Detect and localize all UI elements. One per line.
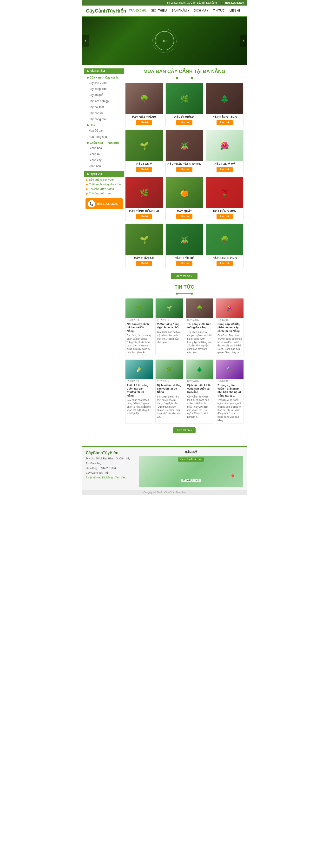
product-contact-8[interactable]: Liên hệ (176, 214, 192, 219)
sidebar-item-noi-that[interactable]: Cây nội thất (84, 104, 124, 110)
news-card-7[interactable]: 🌲 08/28/2017 Dịch vụ thiết kế thi công s… (186, 360, 213, 424)
news-date-5: 01/24/2018 (126, 379, 153, 383)
footer-design-link[interactable]: Thiết kế web Đà Nẵng - Tinh Việt (86, 476, 126, 479)
news-img-3: 🌳 (186, 299, 213, 318)
product-card-6: 🌺 CÂY LAN Ý MỸ Liên hệ (206, 130, 243, 174)
footer: CâyCảnhTúyHiền Địa chỉ: 88 Lê Đại Hành, … (83, 446, 247, 490)
nav-contact[interactable]: LIÊN HỆ (227, 7, 243, 14)
sidebar-cat-3[interactable]: Chậu hoa - Phân bón (84, 140, 124, 145)
sidebar-dv-vuon-rau[interactable]: ▶ Thi công vườn rau (84, 191, 124, 196)
news-grid-2: 🥬 01/24/2018 Thiết kế thi công vườn rau … (125, 360, 244, 424)
news-card-6[interactable]: 🌿 01/26/2017 Dịch vụ bảo dưỡng sân vườn … (155, 360, 183, 424)
product-contact-7[interactable]: Liên hệ (136, 214, 152, 219)
nav-services[interactable]: DỊCH VỤ ▾ (192, 7, 211, 14)
sidebar-item-bonsai[interactable]: Cây bonsai (84, 110, 124, 116)
news-img-5: 🥬 (126, 360, 153, 379)
sidebar-item-san-vuon[interactable]: Cây sân vườn (84, 80, 124, 86)
product-name-9: HOA HỒNG MÔN (206, 208, 243, 214)
sidebar-item-giong-rau[interactable]: Giống rau (84, 151, 124, 157)
product-card-9: 🌹 HOA HỒNG MÔN Liên hệ (206, 177, 243, 221)
product-name-5: CÂY THÂN TÀI BÚP SEN (166, 161, 203, 167)
news-card-3[interactable]: 🌳 05/29/2017 Thi công vườn trên tường Đà… (186, 298, 213, 356)
sidebar-item-cong-trinh[interactable]: Cây công trình (84, 86, 124, 92)
hero-banner: ‹ TH › (83, 17, 247, 65)
sidebar-dv-thiet-ke[interactable]: ▶ Thiết kế thi công sân vườn (84, 182, 124, 187)
product-contact-3[interactable]: Liên hệ (217, 120, 233, 125)
all-news-button[interactable]: Xem tất cả » (173, 427, 196, 433)
news-title-7: Dịch vụ thiết kế thi công sân vườn tại Đ… (186, 383, 213, 394)
news-divider (125, 291, 244, 294)
footer-map-btn[interactable]: Xem bản đồ lớn hơn (178, 458, 204, 462)
news-img-4: 🌺 (216, 299, 243, 318)
product-card-2: 🌿 CÂY ỔI GIỐNG Liên hệ (165, 83, 203, 127)
news-img-7: 🌲 (186, 360, 213, 379)
footer-phone-label: Điện thoại: (86, 467, 99, 469)
product-contact-1[interactable]: Liên hệ (136, 120, 152, 125)
product-contact-10[interactable]: Liên hệ (136, 261, 152, 266)
news-date-1: 04/28/2018 (126, 318, 153, 322)
copyright: Copyright © 2017 - Cây Cảnh Túy Hiền (83, 490, 247, 495)
product-card-7: 🌿 CÂY TÙNG BỒNG LAI Liên hệ (125, 177, 163, 221)
product-contact-2[interactable]: Liên hệ (176, 120, 192, 125)
sidebar-contact[interactable]: 📞 0914.231.604 (86, 198, 123, 209)
sidebar-item-giong-cay[interactable]: Giống cây (84, 157, 124, 163)
sidebar-item-phan-bon[interactable]: Phân bón (84, 163, 124, 169)
news-date-2: 01/28/2017 (156, 318, 183, 322)
sidebar-item-an-qua[interactable]: Cây ăn quả (84, 92, 124, 98)
nav-products[interactable]: SẢN PHẨM ▾ (169, 7, 192, 14)
sidebar-cat-1[interactable]: Cây xanh - Cây cảnh (84, 75, 124, 80)
sidebar-item-hoa-nha[interactable]: Hoa trong nhà (84, 134, 124, 140)
hero-prev-button[interactable]: ‹ (83, 35, 89, 47)
nav-home[interactable]: TRANG CHỦ (126, 7, 149, 14)
sidebar-cat-2[interactable]: Hoa (84, 122, 124, 128)
product-img-10: 🌱 (126, 224, 163, 255)
news-card-4[interactable]: 🌺 12/28/2017 Cung cấp xơ dừa, phân bò bó… (216, 298, 244, 356)
product-contact-6[interactable]: Liên hệ (217, 167, 233, 172)
product-img-4: 🌱 (126, 130, 163, 161)
news-date-7: 08/28/2017 (186, 379, 213, 383)
sidebar-dv-vuon-tuong[interactable]: ▶ Thi công vườn tường (84, 187, 124, 191)
top-bar: 88 Lê Đại Hành, Q. Cẩm Lệ, Tp. Đà Nẵng 📞… (83, 0, 247, 5)
footer-info: Địa chỉ: 88 Lê Đại Hành, Q. Cẩm Lệ, Tp. … (86, 456, 134, 480)
sidebar-phone: 0914.231.604 (97, 202, 118, 206)
hero-content: TH (155, 31, 174, 50)
news-section-title: TIN TỨC (125, 284, 244, 290)
nav-about[interactable]: GIỚI THIỆU (149, 7, 169, 14)
product-name-11: CÂY LƯỠI HỔ (166, 255, 203, 261)
product-contact-5[interactable]: Liên hệ (176, 167, 192, 172)
news-card-5[interactable]: 🥬 01/24/2018 Thiết kế thi công vườn rau … (125, 360, 153, 424)
news-card-1[interactable]: 🌿 04/28/2018 Nơi bán cây cảnh để bàn tại… (125, 298, 153, 356)
product-img-3: 🌲 (206, 83, 243, 114)
view-more-button[interactable]: Xem tất cả » (171, 273, 197, 279)
footer-map: Xem bản đồ lớn hơn 88 Lê Đại Hành 📍 (139, 456, 243, 487)
news-desc-5: Giải pháp cho khách hàng để tự trồng rau… (126, 398, 153, 417)
sidebar-item-bong-mat[interactable]: Cây bóng mát (84, 116, 124, 122)
hero-initials: TH (162, 39, 166, 43)
news-desc-3: Túy Hiền là đơn vị chuyên nghiệp về thiế… (186, 330, 213, 355)
sidebar-item-giong-hoa[interactable]: Giống hoa (84, 145, 124, 151)
product-contact-9[interactable]: Liên hệ (217, 214, 233, 219)
product-contact-12[interactable]: Liên hệ (217, 261, 233, 266)
product-card-12: 🌳 CÂY SANH LONG Liên hệ (206, 223, 243, 268)
news-desc-2: Giải pháp nào để tạo một khu vườn xanh m… (156, 330, 183, 345)
sidebar-item-lam-nghiep[interactable]: Cây làm nghiệp (84, 98, 124, 104)
product-name-12: CÂY SANH LONG (206, 255, 243, 261)
product-contact-11[interactable]: Liên hệ (176, 261, 192, 266)
hero-next-button[interactable]: › (240, 35, 247, 47)
news-view-more: Xem tất cả » (125, 427, 244, 433)
news-title-2: Vườn tường đứng đẹp cho nhà phố (156, 322, 183, 330)
news-card-2[interactable]: 🌱 01/28/2017 Vườn tường đứng đẹp cho nhà… (155, 298, 183, 356)
nav-news[interactable]: TIN TỨC (210, 7, 227, 14)
sidebar-services-title: DỊCH VỤ (84, 171, 124, 177)
product-name-1: CÂY SỮA TRẮNG (126, 114, 163, 120)
product-img-11: 🪴 (166, 224, 203, 255)
news-desc-8: Trong buổi ăn hàng ngày, bên cạnh người … (216, 398, 243, 424)
product-contact-4[interactable]: Liên hệ (136, 167, 152, 172)
sidebar-dv-bao-duong[interactable]: ▶ Bảo dưỡng sân vườn (84, 178, 124, 182)
news-card-8[interactable]: 🔨 12/28/2017 7 dụng cụ làm vườn – giải p… (216, 360, 244, 424)
footer-logo: CâyCảnhTúyHiền (86, 451, 134, 455)
product-name-8: CÂY QUẤT (166, 208, 203, 214)
news-title-8: 7 dụng cụ làm vườn – giải pháp phù hợp c… (216, 383, 243, 398)
sidebar-item-hoa-ban[interactable]: Hoa để bàn (84, 128, 124, 134)
logo[interactable]: CâyCảnhTúyHiền (86, 8, 126, 14)
